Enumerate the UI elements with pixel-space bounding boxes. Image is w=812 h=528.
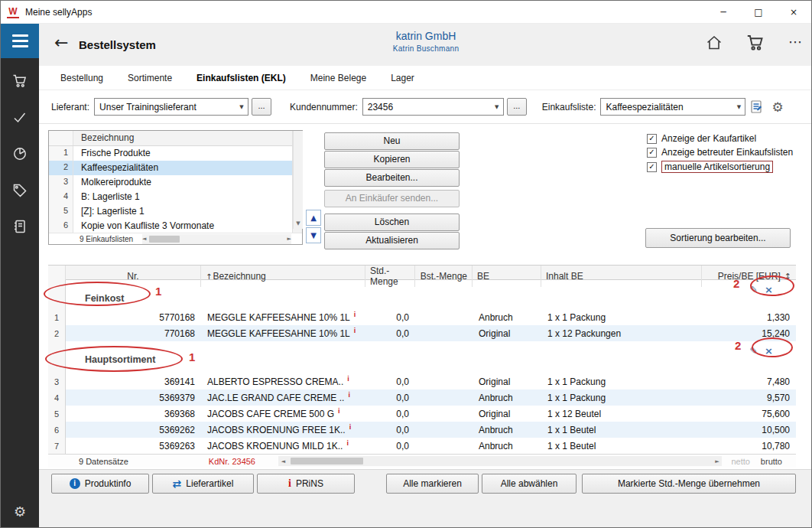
- checkbox-checked-icon[interactable]: ✓: [647, 148, 657, 158]
- aktualisieren-button[interactable]: Aktualisieren: [324, 232, 460, 249]
- chevron-down-icon: ▼: [732, 104, 745, 110]
- prins-button[interactable]: i PRiNS: [257, 474, 355, 494]
- scroll-right-icon[interactable]: ►: [287, 234, 291, 244]
- back-button[interactable]: ←: [54, 33, 68, 52]
- checkbox-checked-icon[interactable]: ✓: [647, 134, 657, 144]
- kopieren-button[interactable]: Kopieren: [324, 151, 460, 168]
- article-row[interactable]: 3 369141 ALBERTO ESPRESSO CREMA..i 0,0 O…: [48, 373, 796, 389]
- option-anzeige-kaufartikel[interactable]: ✓ Anzeige der Kaufartikel: [647, 133, 756, 144]
- neu-button[interactable]: Neu: [324, 132, 460, 150]
- page-title: Bestellsystem: [79, 38, 156, 51]
- list-column-header[interactable]: Bezeichnung: [73, 131, 302, 145]
- alle-abwaehlen-button[interactable]: Alle abwählen: [482, 474, 577, 494]
- scroll-down-icon[interactable]: ▼: [296, 219, 300, 229]
- list-settings-gear-icon[interactable]: ⚙: [771, 99, 783, 115]
- list-item[interactable]: 6 Kopie von Kaufliste 3 Vormonate: [49, 219, 302, 233]
- an-einkaeufer-senden-button[interactable]: An Einkäufer senden...: [324, 190, 460, 207]
- list-item-selected[interactable]: 2 Kaffeespezialitäten: [49, 161, 302, 175]
- sidebar-item-cart[interactable]: [1, 70, 39, 96]
- lieferant-dropdown[interactable]: Unser Trainingslieferant ▼: [94, 98, 248, 116]
- group-row-hauptsortiment: Hauptsortiment ✎ ×: [48, 341, 796, 373]
- einkaufsliste-dropdown[interactable]: Kaffeespezialitäten ▼: [600, 98, 745, 116]
- pie-chart-icon: [12, 146, 28, 165]
- more-options-button[interactable]: ⋯: [788, 34, 802, 50]
- sidebar-item-catalog[interactable]: [1, 215, 39, 241]
- article-info-icon: i: [347, 375, 349, 383]
- settings-gear-icon[interactable]: ⚙: [1, 504, 39, 520]
- article-row[interactable]: 2 770168 MEGGLE KAFFEESAHNE 10% 1Li 0,0 …: [48, 325, 796, 341]
- title-bar: W Meine sellyApps ─ □ ×: [1, 1, 811, 24]
- list-item[interactable]: 1 Frische Produkte: [49, 146, 302, 161]
- article-info-icon: i: [349, 423, 352, 431]
- option-anzeige-betreuter-listen[interactable]: ✓ Anzeige betreuter Einkaufslisten: [647, 147, 793, 158]
- sidebar-item-statistics[interactable]: [1, 142, 39, 168]
- scrollbar-thumb[interactable]: [149, 236, 180, 243]
- scroll-left-icon[interactable]: ◄: [278, 458, 288, 464]
- edit-group-icon[interactable]: ✎: [749, 345, 758, 357]
- cart-icon: [12, 73, 28, 92]
- maximize-button[interactable]: □: [741, 1, 776, 23]
- tab-bestellung[interactable]: Bestellung: [60, 73, 103, 83]
- record-count-label: 9 Datensätze: [79, 457, 128, 466]
- user-name: Katrin Buschmann: [393, 44, 460, 53]
- cart-icon: [746, 34, 765, 55]
- article-row[interactable]: 5 369368 JACOBS CAFE CREME 500 Gi 0,0 Or…: [48, 406, 796, 422]
- list-item[interactable]: 4 B: Lagerliste 1: [49, 190, 302, 204]
- move-down-button[interactable]: ▼: [306, 227, 321, 243]
- sidebar-item-offers[interactable]: [1, 179, 39, 205]
- tab-meine-belege[interactable]: Meine Belege: [310, 73, 366, 83]
- kundennummer-browse-button[interactable]: ...: [507, 98, 527, 116]
- brutto-label[interactable]: brutto: [761, 457, 782, 466]
- table-horizontal-scrollbar[interactable]: ◄ ►: [278, 456, 722, 466]
- loeschen-button[interactable]: Löschen: [324, 213, 460, 231]
- scroll-right-icon[interactable]: ►: [712, 458, 722, 464]
- minimize-button[interactable]: ─: [706, 1, 741, 23]
- group-name: Hauptsortiment: [85, 354, 155, 365]
- markierte-std-menge-uebernehmen-button[interactable]: Markierte Std.-Menge übernehmen: [582, 474, 796, 494]
- kundennummer-dropdown[interactable]: 23456 ▼: [362, 98, 504, 116]
- article-row[interactable]: 1 5770168 MEGGLE KAFFEESAHNE 10% 1Li 0,0…: [48, 309, 796, 325]
- tab-lager[interactable]: Lager: [391, 73, 414, 83]
- hamburger-menu-icon[interactable]: [1, 24, 39, 58]
- move-up-button[interactable]: ▲: [306, 210, 321, 226]
- list-item[interactable]: 3 Molkereiprodukte: [49, 175, 302, 190]
- option-manuelle-artikelsortierung[interactable]: ✓ manuelle Artikelsortierung: [647, 161, 773, 173]
- produktinfo-button[interactable]: i Produktinfo: [51, 474, 149, 494]
- article-row[interactable]: 4 5369379 JAC.LE GRAND CAFE CREME ..i 0,…: [48, 389, 796, 406]
- bearbeiten-button[interactable]: Bearbeiten...: [324, 169, 460, 187]
- cart-button[interactable]: [744, 34, 767, 55]
- article-row[interactable]: 7 5369263 JACOBS KROENUNG MILD 1K..i 0,0…: [48, 438, 796, 454]
- home-button[interactable]: [703, 34, 726, 55]
- delete-group-icon[interactable]: ×: [765, 284, 773, 295]
- table-header-row: Nr. ↑ Bezeichnung Std.-Menge Bst.-Menge …: [48, 265, 796, 280]
- lieferant-browse-button[interactable]: ...: [252, 98, 271, 116]
- app-logo-icon: W: [7, 6, 19, 18]
- sortierung-bearbeiten-button[interactable]: Sortierung bearbeiten...: [645, 228, 791, 248]
- edit-group-icon[interactable]: ✎: [749, 284, 758, 295]
- delete-group-icon[interactable]: ×: [765, 345, 773, 357]
- sidebar-item-tasks[interactable]: [1, 106, 39, 132]
- up-triangle-icon: ▲: [310, 213, 317, 222]
- checkbox-checked-icon[interactable]: ✓: [647, 162, 657, 172]
- scroll-left-icon[interactable]: ◄: [142, 234, 146, 244]
- close-button[interactable]: ×: [776, 1, 811, 23]
- prins-icon: i: [288, 477, 291, 490]
- list-horizontal-scrollbar[interactable]: ◄ ►: [142, 234, 291, 244]
- list-item[interactable]: 5 [Z]: Lagerliste 1: [49, 204, 302, 219]
- scrollbar-thumb[interactable]: [291, 458, 363, 464]
- article-info-icon: i: [348, 391, 350, 399]
- alle-markieren-button[interactable]: Alle markieren: [386, 474, 479, 494]
- tab-sortimente[interactable]: Sortimente: [128, 73, 172, 83]
- list-scroll-down-zone[interactable]: ▼: [293, 131, 303, 229]
- kdnr-label: KdNr. 23456: [209, 457, 255, 466]
- lieferartikel-button[interactable]: ⇄ Lieferartikel: [152, 474, 254, 494]
- home-icon: [705, 34, 723, 55]
- edit-list-icon[interactable]: [750, 99, 765, 115]
- shopping-lists-panel: Bezeichnung 1 Frische Produkte 2 Kaffees…: [48, 130, 303, 245]
- bottom-bar: i Produktinfo ⇄ Lieferartikel i PRiNS Al…: [39, 469, 812, 528]
- article-info-icon: i: [346, 439, 349, 447]
- article-row[interactable]: 6 5369262 JACOBS KROENUNG FREE 1K..i 0,0…: [48, 422, 796, 438]
- einkaufsliste-label: Einkaufsliste:: [542, 102, 596, 112]
- tab-einkaufslisten[interactable]: Einkaufslisten (EKL): [197, 73, 286, 83]
- netto-label[interactable]: netto: [731, 457, 749, 466]
